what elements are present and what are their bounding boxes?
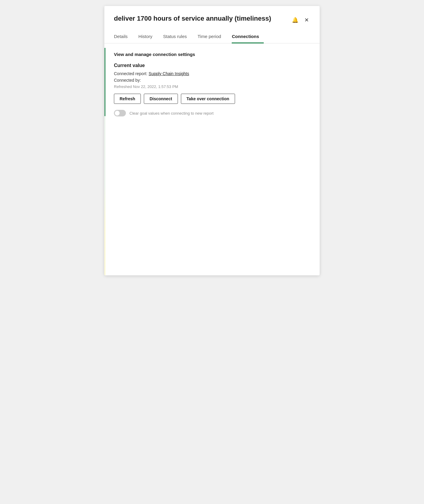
tab-history[interactable]: History (138, 31, 157, 43)
connected-by-row: Connected by: (114, 78, 310, 83)
tab-time-period[interactable]: Time period (198, 31, 226, 43)
clear-goal-toggle[interactable] (114, 110, 126, 116)
connected-report-label: Connected report: (114, 71, 147, 76)
toggle-slider (114, 110, 126, 116)
header-actions: 🔔 ✕ (291, 16, 310, 25)
bell-button[interactable]: 🔔 (291, 16, 300, 25)
left-accent-bar (104, 48, 106, 275)
panel-body: View and manage connection settings Curr… (104, 43, 320, 125)
main-panel: deliver 1700 hours of service annually (… (104, 6, 320, 275)
toggle-row: Clear goal values when connecting to new… (114, 110, 310, 116)
refresh-button[interactable]: Refresh (114, 94, 141, 104)
panel-title: deliver 1700 hours of service annually (… (114, 14, 271, 23)
section-subtitle: View and manage connection settings (114, 52, 310, 57)
tab-details[interactable]: Details (114, 31, 132, 43)
close-icon: ✕ (304, 17, 309, 23)
refreshed-text: Refreshed Nov 22, 2022, 1:57:53 PM (114, 84, 310, 89)
connected-report-row: Connected report: Supply Chain Insights (114, 71, 310, 76)
take-over-button[interactable]: Take over connection (181, 94, 235, 104)
tabs-navigation: Details History Status rules Time period… (104, 31, 320, 43)
tab-connections[interactable]: Connections (232, 31, 264, 43)
action-buttons-row: Refresh Disconnect Take over connection (114, 94, 310, 104)
panel-header: deliver 1700 hours of service annually (… (104, 6, 320, 25)
disconnect-button[interactable]: Disconnect (144, 94, 178, 104)
current-value-heading: Current value (114, 63, 310, 68)
connected-by-label: Connected by: (114, 78, 141, 83)
bell-icon: 🔔 (292, 17, 298, 23)
connected-report-link[interactable]: Supply Chain Insights (149, 71, 189, 76)
toggle-label: Clear goal values when connecting to new… (129, 111, 213, 116)
close-button[interactable]: ✕ (303, 16, 310, 25)
tab-status-rules[interactable]: Status rules (163, 31, 192, 43)
